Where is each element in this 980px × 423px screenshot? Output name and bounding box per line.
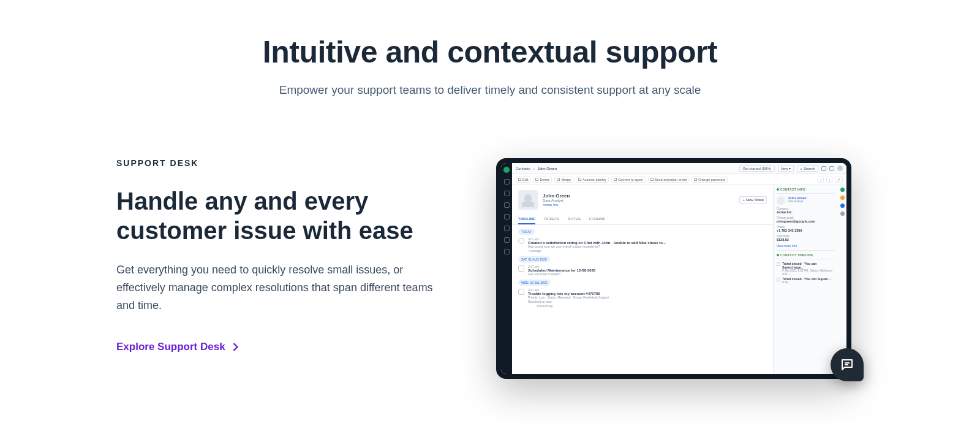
side-icon-rail bbox=[838, 185, 846, 374]
new-ticket-button[interactable]: + New Ticket bbox=[739, 196, 767, 204]
section-body: Get everything you need to quickly resol… bbox=[116, 261, 447, 314]
sidebar-nav-icon[interactable] bbox=[504, 202, 510, 208]
contact-role: Data Analyst bbox=[543, 199, 570, 202]
page-subtitle: Empower your support teams to deliver ti… bbox=[0, 83, 980, 97]
action-bar: Edit Delete Merge Assume Identity Conver… bbox=[512, 174, 846, 185]
contact-timeline-title[interactable]: CONTACT TIMELINE bbox=[777, 253, 835, 259]
section-heading: Handle any and every customer issue with… bbox=[116, 186, 459, 245]
timeline-side-item[interactable]: Ticket closed - 'You can Superc...'8 Se.… bbox=[777, 277, 835, 284]
contact-avatar bbox=[518, 190, 538, 210]
timeline-item[interactable]: 2:07 pm Scheduled Maintenance for 12-09-… bbox=[518, 265, 767, 276]
user-avatar[interactable] bbox=[837, 166, 843, 171]
send-activation-email-button[interactable]: Send activation email bbox=[648, 177, 689, 183]
tab-notes[interactable]: NOTES bbox=[568, 215, 581, 224]
new-button[interactable]: New ▾ bbox=[778, 165, 794, 172]
chevron-right-icon bbox=[233, 343, 239, 351]
timeline-item[interactable]: 3:01 am Created a satisfaction rating on… bbox=[518, 237, 767, 253]
contact-name: John Green bbox=[543, 193, 570, 199]
chat-icon bbox=[840, 357, 854, 372]
contact-info-title[interactable]: CONTACT INFO bbox=[777, 188, 835, 194]
share-icon[interactable] bbox=[829, 166, 834, 171]
ticket-icon bbox=[777, 262, 780, 266]
convert-to-agent-button[interactable]: Convert to agent bbox=[611, 177, 646, 183]
tab-tickets[interactable]: TICKETS bbox=[544, 215, 559, 224]
app-topbar: Contacts › John Green Get started (50%) … bbox=[512, 163, 846, 174]
change-password-button[interactable]: Change password bbox=[692, 177, 728, 183]
rail-status-icon[interactable] bbox=[840, 188, 845, 192]
page-title: Intuitive and contextual support bbox=[0, 34, 980, 70]
section-eyebrow: SUPPORT DESK bbox=[116, 158, 459, 168]
sidebar-nav-icon[interactable] bbox=[504, 214, 510, 219]
rail-status-icon[interactable] bbox=[840, 196, 845, 200]
rail-status-icon[interactable] bbox=[840, 204, 845, 208]
sidebar-nav-icon[interactable] bbox=[504, 249, 510, 254]
contact-company-link[interactable]: Acme Inc. bbox=[543, 203, 570, 207]
app-sidebar bbox=[501, 163, 512, 374]
sidebar-nav-icon[interactable] bbox=[504, 179, 510, 185]
edit-button[interactable]: Edit bbox=[516, 177, 530, 183]
chat-widget-button[interactable] bbox=[831, 348, 864, 381]
rail-status-icon[interactable] bbox=[840, 212, 845, 216]
search-button[interactable]: ⌕ Search bbox=[797, 166, 818, 172]
breadcrumb-root[interactable]: Contacts bbox=[516, 167, 530, 170]
sidebar-nav-icon[interactable] bbox=[504, 191, 510, 196]
cta-label: Explore Support Desk bbox=[116, 341, 225, 353]
prev-button[interactable]: ‹ bbox=[818, 177, 824, 183]
timeline-item[interactable]: 3:01 am Trouble logging into my account … bbox=[518, 288, 767, 308]
product-screenshot: Contacts › John Green Get started (50%) … bbox=[496, 158, 851, 379]
timeline-feed: TODAY 3:01 am Created a satisfaction rat… bbox=[512, 225, 773, 374]
date-chip: WED, 15 JUL 2020 bbox=[518, 280, 551, 286]
get-started-button[interactable]: Get started (50%) bbox=[739, 166, 774, 172]
mail-icon bbox=[518, 289, 524, 295]
breadcrumb-sep: › bbox=[533, 167, 535, 170]
tab-timeline[interactable]: TIMELINE bbox=[518, 215, 535, 224]
explore-support-desk-link[interactable]: Explore Support Desk bbox=[116, 341, 239, 353]
app-logo-icon bbox=[503, 167, 510, 173]
contact-side-panel: CONTACT INFO John Green Data Analyst Com… bbox=[773, 185, 846, 374]
rating-icon bbox=[518, 238, 524, 244]
view-more-info-link[interactable]: View more info bbox=[777, 244, 835, 248]
tab-forums[interactable]: FORUMS bbox=[589, 215, 605, 224]
breadcrumb-current: John Green bbox=[538, 167, 557, 170]
sidebar-nav-icon[interactable] bbox=[504, 237, 510, 243]
merge-button[interactable]: Merge bbox=[554, 177, 573, 183]
date-chip: TODAY bbox=[518, 229, 535, 235]
expand-button[interactable]: ⤢ bbox=[835, 177, 843, 183]
timeline-side-item[interactable]: Ticket closed - 'You can Supercharge...'… bbox=[777, 262, 835, 275]
bell-icon[interactable] bbox=[821, 166, 826, 171]
contact-profile-header: John Green Data Analyst Acme Inc. + New … bbox=[512, 185, 773, 215]
next-button[interactable]: › bbox=[826, 177, 832, 183]
date-chip: SAT, 01 AUG 2020 bbox=[518, 256, 550, 262]
ticket-icon bbox=[777, 278, 780, 281]
sidebar-nav-icon[interactable] bbox=[504, 226, 510, 231]
assume-identity-button[interactable]: Assume Identity bbox=[576, 177, 609, 183]
avatar-icon bbox=[777, 196, 785, 205]
contact-tabs: TIMELINE TICKETS NOTES FORUMS bbox=[512, 215, 773, 225]
delete-button[interactable]: Delete bbox=[533, 177, 552, 183]
mail-icon bbox=[518, 265, 524, 272]
